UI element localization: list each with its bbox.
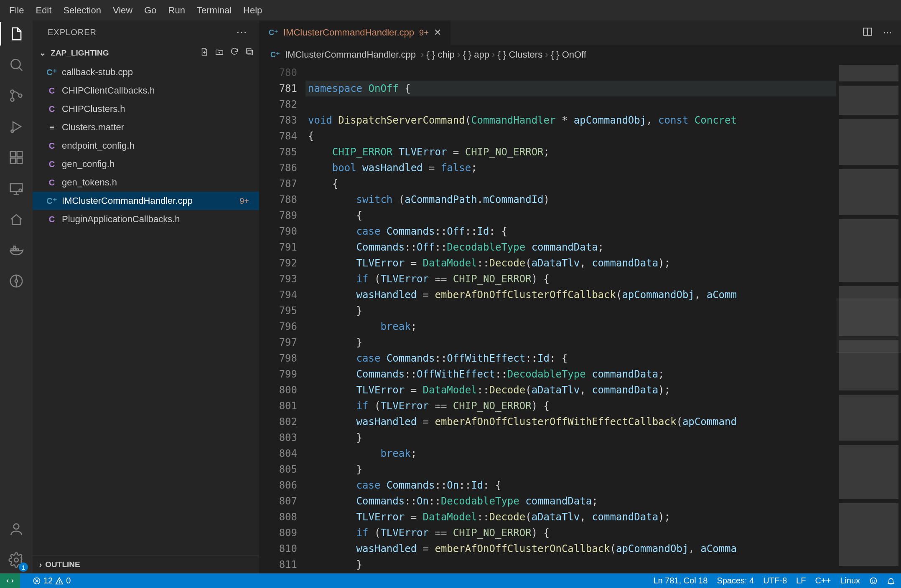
file-row[interactable]: Cgen_config.h [33,155,259,173]
namespace-icon: { } [551,49,562,60]
new-folder-icon[interactable] [215,47,224,58]
activitybar-home-icon[interactable] [7,210,25,228]
code-line[interactable]: break; [305,446,836,461]
breadcrumbs[interactable]: C⁺ IMClusterCommandHandler.cpp › { } chi… [260,45,901,65]
activitybar-run-debug-icon[interactable] [7,117,25,136]
activitybar-docker-icon[interactable] [7,241,25,259]
code-line[interactable]: break; [305,319,836,335]
svg-point-20 [15,280,18,282]
code-line[interactable]: if (TLVError == CHIP_NO_ERROR) { [305,271,836,287]
refresh-icon[interactable] [230,47,239,58]
code-line[interactable]: } [305,557,836,573]
code-line[interactable]: if (TLVError == CHIP_NO_ERROR) { [305,525,836,541]
close-icon[interactable]: ✕ [434,27,441,38]
menu-edit[interactable]: Edit [30,0,57,20]
status-eol[interactable]: LF [796,576,806,585]
code-line[interactable]: wasHandled = emberAfOnOffClusterOnCallba… [305,541,836,557]
status-bell-icon[interactable] [887,577,895,585]
code-content[interactable]: namespace OnOff {void DispatchServerComm… [305,65,836,573]
minimap[interactable] [836,65,901,573]
menu-go[interactable]: Go [138,0,162,20]
breadcrumb-file[interactable]: IMClusterCommandHandler.cpp [285,49,416,60]
outline-header[interactable]: › OUTLINE [33,555,259,573]
menu-selection[interactable]: Selection [57,0,107,20]
code-line[interactable]: wasHandled = emberAfOnOffClusterOffCallb… [305,287,836,303]
code-line[interactable]: } [305,430,836,446]
code-line[interactable]: TLVError = DataModel::Decode(aDataTlv, c… [305,255,836,271]
collapse-all-icon[interactable] [245,47,254,58]
status-indentation[interactable]: Spaces: 4 [717,576,754,585]
code-line[interactable]: case Commands::On::Id: { [305,477,836,493]
code-line[interactable]: Commands::On::DecodableType commandData; [305,493,836,509]
breadcrumb-segment[interactable]: app [474,49,489,60]
remote-indicator[interactable] [0,573,20,588]
status-feedback-icon[interactable] [869,577,878,585]
code-line[interactable]: bool wasHandled = false; [305,160,836,176]
activitybar-graph-icon[interactable] [7,272,25,290]
menu-file[interactable]: File [3,0,30,20]
activitybar-search-icon[interactable] [7,56,25,74]
code-line[interactable]: } [305,461,836,477]
activitybar-settings-icon[interactable]: 1 [7,551,25,569]
code-line[interactable]: { [305,128,836,144]
code-line[interactable]: Commands::Off::DecodableType commandData… [305,239,836,255]
folder-header[interactable]: ⌄ ZAP_LIGHTING [33,44,259,61]
menu-terminal[interactable]: Terminal [191,0,237,20]
file-row[interactable]: C⁺IMClusterCommandHandler.cpp9+ [33,192,259,210]
breadcrumb-segment[interactable]: chip [438,49,454,60]
code-line[interactable]: TLVError = DataModel::Decode(aDataTlv, c… [305,382,836,398]
code-area[interactable]: 7807817827837847857867877887897907917927… [260,65,901,573]
folder-actions [200,47,254,58]
line-number: 810 [260,541,297,557]
c-header-file-icon: C [47,160,57,169]
code-line[interactable]: TLVError = DataModel::Decode(aDataTlv, c… [305,509,836,525]
explorer-title: EXPLORER [48,28,97,37]
editor-tab[interactable]: C⁺ IMClusterCommandHandler.cpp 9+ ✕ [260,20,451,45]
file-row[interactable]: Cgen_tokens.h [33,173,259,192]
code-line[interactable]: wasHandled = emberAfOnOffClusterOffWithE… [305,414,836,430]
file-row[interactable]: Cendpoint_config.h [33,137,259,155]
code-line[interactable]: } [305,303,836,319]
activitybar-account-icon[interactable] [7,520,25,538]
code-line[interactable]: namespace OnOff { [305,81,836,96]
status-bar: 12 0 Ln 781, Col 18 Spaces: 4 UTF-8 LF C… [0,573,901,588]
file-row[interactable]: CCHIPClusters.h [33,100,259,118]
activitybar-scm-icon[interactable] [7,86,25,105]
status-encoding[interactable]: UTF-8 [763,576,787,585]
breadcrumb-segment[interactable]: Clusters [509,49,542,60]
code-line[interactable]: if (TLVError == CHIP_NO_ERROR) { [305,398,836,414]
code-line[interactable]: } [305,335,836,350]
code-line[interactable]: CHIP_ERROR TLVError = CHIP_NO_ERROR; [305,144,836,160]
menu-help[interactable]: Help [237,0,268,20]
code-line[interactable]: case Commands::OffWithEffect::Id: { [305,350,836,366]
status-problems[interactable]: 12 0 [33,576,71,585]
split-editor-icon[interactable] [862,26,873,39]
file-row[interactable]: ≡Clusters.matter [33,118,259,137]
breadcrumb-separator-icon: › [455,49,463,60]
explorer-more-icon[interactable]: ⋯ [236,26,247,39]
status-language[interactable]: C++ [815,576,831,585]
menu-view[interactable]: View [107,0,138,20]
code-line[interactable]: Commands::OffWithEffect::DecodableType c… [305,366,836,382]
more-actions-icon[interactable]: ⋯ [883,28,892,38]
activitybar-extensions-icon[interactable] [7,148,25,167]
code-line[interactable]: { [305,208,836,223]
file-row[interactable]: CPluginApplicationCallbacks.h [33,210,259,228]
status-cursor-position[interactable]: Ln 781, Col 18 [653,576,708,585]
code-line[interactable]: case Commands::Off::Id: { [305,223,836,239]
activitybar-remote-explorer-icon[interactable] [7,179,25,198]
file-row[interactable]: CCHIPClientCallbacks.h [33,81,259,100]
code-line[interactable]: void DispatchServerCommand(CommandHandle… [305,112,836,128]
code-line[interactable]: switch (aCommandPath.mCommandId) [305,192,836,208]
file-row[interactable]: C⁺callback-stub.cpp [33,63,259,81]
activitybar-explorer-icon[interactable] [7,25,25,43]
svg-point-24 [14,558,18,562]
minimap-viewport[interactable] [837,299,901,353]
code-line[interactable] [305,65,836,81]
new-file-icon[interactable] [200,47,209,58]
breadcrumb-segment[interactable]: OnOff [562,49,586,60]
code-line[interactable] [305,96,836,112]
status-os[interactable]: Linux [840,576,860,585]
menu-run[interactable]: Run [163,0,191,20]
code-line[interactable]: { [305,176,836,192]
